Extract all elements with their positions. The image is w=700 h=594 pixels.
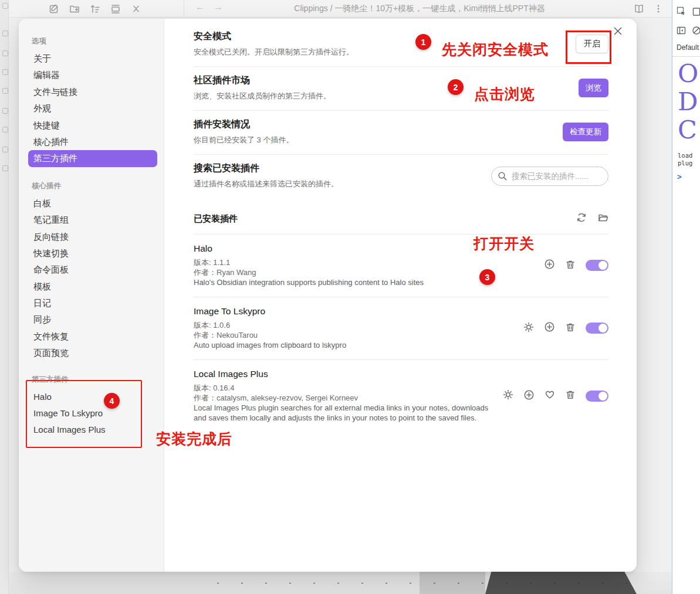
sidebar-item-editor[interactable]: 编辑器 <box>28 67 157 83</box>
sidebar-item-image-to-lskypro[interactable]: Image To Lskypro <box>28 405 157 422</box>
page-heading-letters: O D C <box>672 59 700 144</box>
sidebar-item-hotkeys[interactable]: 快捷键 <box>28 117 157 134</box>
devtools-divider <box>672 56 700 57</box>
settings-content: 安全模式 安全模式已关闭。开启以限制第三方插件运行。 开启 社区插件市场 浏览、… <box>164 19 637 572</box>
safe-mode-desc: 安全模式已关闭。开启以限制第三方插件运行。 <box>194 47 354 57</box>
sidebar-item-sync[interactable]: 同步 <box>28 311 157 328</box>
ribbon-icon[interactable] <box>2 50 8 56</box>
plugin-author: 作者：Ryan Wang <box>194 267 424 277</box>
browse-button[interactable]: 浏览 <box>579 79 608 97</box>
clear-console-icon[interactable] <box>692 26 700 38</box>
sidebar-item-templates[interactable]: 模板 <box>28 279 157 295</box>
workspace-topbar: ← → Clippings / 一骑绝尘！10万+模板，一键生成，Kimi悄悄上… <box>9 0 672 18</box>
tab-title: Clippings / 一骑绝尘！10万+模板，一键生成，Kimi悄悄上线PPT… <box>255 4 584 14</box>
nav-back-icon[interactable]: ← <box>195 2 205 12</box>
sidebar-item-daily-notes[interactable]: 日记 <box>28 295 157 311</box>
inspect-element-icon[interactable] <box>677 6 687 19</box>
settings-sidebar: 选项 关于 编辑器 文件与链接 外观 快捷键 核心插件 第三方插件 核心插件 白… <box>19 19 164 572</box>
ribbon-icon[interactable] <box>2 69 8 75</box>
plugin-toggle-on[interactable] <box>586 323 608 334</box>
ribbon-icon[interactable] <box>2 147 8 152</box>
ribbon-icon[interactable] <box>2 88 8 94</box>
device-toolbar-icon[interactable] <box>692 6 700 19</box>
donate-heart-icon[interactable] <box>545 389 555 402</box>
safe-mode-title: 安全模式 <box>194 30 354 43</box>
plugin-description: Halo's Obsidian integration supports pub… <box>194 277 424 287</box>
sidebar-item-core-plugins[interactable]: 核心插件 <box>28 134 157 150</box>
market-desc: 浏览、安装社区成员制作的第三方插件。 <box>194 91 331 101</box>
search-input[interactable] <box>491 167 608 186</box>
sidebar-item-quick-switcher[interactable]: 快速切换 <box>28 245 157 262</box>
plugin-name: Local Images Plus <box>194 369 503 379</box>
sidebar-item-page-preview[interactable]: 页面预览 <box>28 345 157 361</box>
sidebar-item-file-recovery[interactable]: 文件恢复 <box>28 328 157 345</box>
plugin-row-local-images-plus: Local Images Plus 版本: 0.16.4 作者：catalysm… <box>194 360 608 432</box>
plugin-name: Image To Lskypro <box>194 306 346 317</box>
new-folder-icon[interactable] <box>69 4 80 14</box>
sidebar-item-note-composer[interactable]: 笔记重组 <box>28 212 157 228</box>
layout-icon[interactable] <box>110 4 121 14</box>
delete-plugin-icon[interactable] <box>565 389 576 402</box>
sort-order-icon[interactable] <box>90 4 100 14</box>
sidebar-item-files-links[interactable]: 文件与链接 <box>28 84 157 100</box>
plugin-name: Halo <box>194 243 424 254</box>
plugin-author: 作者：catalysm, aleksey-rezvov, Sergei Korn… <box>194 393 503 403</box>
ribbon-icon[interactable] <box>2 127 8 133</box>
plugin-description: Auto upload images from clipboard to lsk… <box>194 340 346 350</box>
settings-modal: 选项 关于 编辑器 文件与链接 外观 快捷键 核心插件 第三方插件 核心插件 白… <box>19 19 637 572</box>
reading-view-icon[interactable] <box>634 4 644 14</box>
refresh-plugins-icon[interactable] <box>576 212 587 225</box>
plugin-author: 作者：NekouTarou <box>194 330 346 340</box>
sidebar-item-local-images-plus[interactable]: Local Images Plus <box>28 422 157 438</box>
search-icon <box>498 171 508 184</box>
plugin-row-halo: Halo 版本: 1.1.1 作者：Ryan Wang Halo's Obsid… <box>194 235 608 297</box>
safe-mode-row: 安全模式 安全模式已关闭。开启以限制第三方插件运行。 开启 <box>194 30 608 67</box>
ribbon-icon[interactable] <box>2 165 8 171</box>
plugin-toggle-on[interactable] <box>586 260 608 271</box>
console-levels-dropdown[interactable]: Default <box>672 38 700 52</box>
delete-plugin-icon[interactable] <box>565 259 576 272</box>
pane-divider <box>184 0 184 18</box>
options-header: 选项 <box>32 36 157 46</box>
sidebar-item-appearance[interactable]: 外观 <box>28 100 157 117</box>
plugin-version: 版本: 1.0.6 <box>194 320 346 330</box>
plugin-info-icon[interactable] <box>544 259 555 272</box>
dock-side-icon[interactable] <box>677 26 686 38</box>
left-ribbon <box>0 0 9 594</box>
new-note-icon[interactable] <box>49 4 59 14</box>
plugin-row-image-to-lskypro: Image To Lskypro 版本: 1.0.6 作者：NekouTarou… <box>194 297 608 360</box>
plugin-toggle-on[interactable] <box>586 391 608 402</box>
ribbon-icon[interactable] <box>2 108 8 114</box>
install-status-title: 插件安装情况 <box>194 118 293 131</box>
sidebar-item-backlinks[interactable]: 反向链接 <box>28 229 157 245</box>
sidebar-item-halo[interactable]: Halo <box>28 389 157 405</box>
core-plugins-header: 核心插件 <box>32 181 157 191</box>
devtools-panel: Default O D C load plug > <box>672 0 700 594</box>
sidebar-item-canvas[interactable]: 白板 <box>28 195 157 212</box>
sidebar-item-about[interactable]: 关于 <box>28 50 157 67</box>
check-updates-button[interactable]: 检查更新 <box>563 123 608 141</box>
delete-plugin-icon[interactable] <box>565 322 576 335</box>
plugin-version: 版本: 0.16.4 <box>194 383 503 393</box>
search-desc: 通过插件名称或描述来筛选已安装的插件。 <box>194 179 339 189</box>
ribbon-icon[interactable] <box>2 30 8 36</box>
plugin-info-icon[interactable] <box>523 389 535 403</box>
open-plugins-folder-icon[interactable] <box>598 212 608 225</box>
plugin-settings-icon[interactable] <box>523 322 534 335</box>
collapse-all-icon[interactable] <box>131 4 141 14</box>
sidebar-item-command-palette[interactable]: 命令面板 <box>28 262 157 278</box>
more-options-icon[interactable] <box>653 4 664 14</box>
plugin-description: Local Images Plus plugin searches for al… <box>194 403 503 423</box>
safe-mode-enable-button[interactable]: 开启 <box>576 35 608 53</box>
ribbon-icon[interactable] <box>2 3 8 9</box>
close-icon[interactable] <box>613 26 623 36</box>
community-plugins-header: 第三方插件 <box>32 375 157 385</box>
sidebar-item-community-plugins[interactable]: 第三方插件 <box>28 150 157 167</box>
install-status-desc: 你目前已经安装了 3 个插件。 <box>194 135 293 145</box>
installed-plugins-title: 已安装插件 <box>194 213 238 225</box>
console-prompt[interactable]: > <box>672 172 700 181</box>
nav-forward-icon[interactable]: → <box>214 2 223 12</box>
plugin-info-icon[interactable] <box>544 321 555 335</box>
plugin-settings-icon[interactable] <box>503 389 513 402</box>
console-log-text: load plug <box>672 152 700 167</box>
